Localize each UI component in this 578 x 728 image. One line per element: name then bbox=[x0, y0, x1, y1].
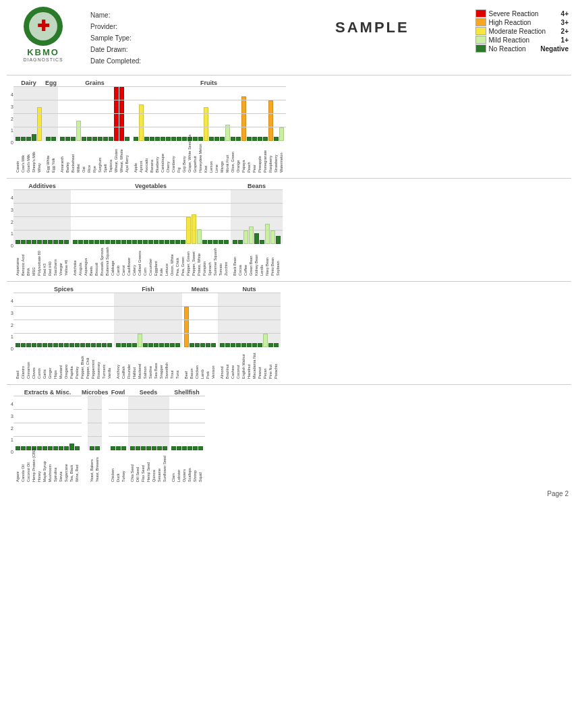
group-additives: AdditivesAspartameBenzoic AcidBHAMSGPoly… bbox=[13, 183, 71, 276]
bar-label: Grapefruit bbox=[193, 142, 198, 173]
bar bbox=[26, 446, 31, 450]
bar bbox=[69, 343, 74, 347]
patient-info: Name: Provider: Sample Type: Date Drawn:… bbox=[90, 7, 269, 67]
bar-wrapper bbox=[138, 190, 142, 244]
legend-item-value: 3+ bbox=[548, 19, 569, 26]
bar bbox=[109, 137, 113, 141]
bar-wrapper bbox=[143, 190, 148, 244]
bar-label: Duck bbox=[116, 451, 121, 482]
bar-label: Cumin bbox=[37, 348, 42, 379]
bar-label: Rice bbox=[87, 142, 92, 173]
bar bbox=[102, 343, 107, 347]
bar-label: Butternut Squash bbox=[105, 245, 110, 276]
bar-wrapper bbox=[249, 190, 254, 244]
group-meats: MeatsBeefBaconChickenLambPorkVenison bbox=[182, 286, 218, 379]
bar-wrapper bbox=[276, 190, 281, 244]
logo-text: KBMO bbox=[27, 47, 59, 57]
bar-label: Cabbage bbox=[111, 245, 115, 276]
bar-label: Banana bbox=[150, 142, 154, 173]
legend-item-value: Negative bbox=[540, 45, 569, 53]
bar-label: Pepper, Green bbox=[186, 245, 191, 276]
bar-label: Anchovy bbox=[116, 348, 121, 379]
bar bbox=[270, 231, 275, 244]
bar-label: Lettuce bbox=[165, 245, 169, 276]
y-axis: 01234 bbox=[4, 298, 13, 352]
bar-label: Wine, Red bbox=[75, 451, 80, 482]
bar-wrapper bbox=[258, 293, 262, 347]
bar bbox=[116, 343, 121, 347]
bar bbox=[213, 240, 218, 244]
bar-label: Hops bbox=[53, 348, 58, 379]
group-label-spices: Spices bbox=[54, 286, 74, 293]
bar bbox=[127, 343, 132, 347]
bar bbox=[220, 343, 225, 347]
bar bbox=[53, 240, 58, 244]
bar-label: Monk Fruit bbox=[225, 142, 230, 173]
bar bbox=[166, 137, 171, 141]
bar bbox=[91, 343, 96, 347]
group-extracts: Extracts & Misc.AgaveCanola OilCoconut O… bbox=[13, 389, 82, 482]
bar bbox=[46, 137, 51, 141]
bar-wrapper bbox=[161, 87, 165, 141]
group-label-microbes: Microbes bbox=[82, 389, 109, 396]
bar bbox=[192, 214, 196, 244]
bar bbox=[37, 107, 42, 141]
bar-label: Apricot bbox=[139, 142, 144, 173]
bar bbox=[182, 137, 187, 141]
bar bbox=[150, 137, 154, 141]
bar bbox=[143, 343, 148, 347]
bar-wrapper bbox=[16, 293, 20, 347]
bar-label: Pepper, Sweet bbox=[192, 245, 196, 276]
bar bbox=[148, 343, 153, 347]
bar bbox=[59, 446, 63, 450]
group-label-additives: Additives bbox=[28, 183, 56, 189]
bar-wrapper bbox=[202, 190, 207, 244]
bar bbox=[274, 137, 279, 141]
bar-wrapper bbox=[53, 396, 58, 450]
bar-label: Cherry bbox=[166, 142, 171, 173]
bar-wrapper bbox=[150, 87, 154, 141]
bar bbox=[159, 343, 164, 347]
bar-wrapper bbox=[95, 396, 100, 450]
bar bbox=[144, 137, 149, 141]
bar-wrapper bbox=[181, 190, 185, 244]
bar-wrapper bbox=[198, 396, 203, 450]
bar bbox=[170, 343, 175, 347]
bar-label: Chicken bbox=[111, 451, 115, 482]
bar-wrapper bbox=[182, 396, 187, 450]
bar-wrapper bbox=[136, 396, 140, 450]
bar bbox=[258, 343, 262, 347]
bar bbox=[193, 137, 198, 141]
bar-wrapper bbox=[32, 87, 36, 141]
bar-label: Honeydew Melon bbox=[198, 142, 203, 173]
legend-item: High Reaction 3+ bbox=[475, 18, 569, 26]
bar bbox=[181, 240, 185, 244]
bar bbox=[32, 134, 36, 141]
group-label-vegetables: Vegetables bbox=[135, 183, 167, 189]
bar-wrapper bbox=[114, 87, 119, 141]
bar-label: Soybean bbox=[276, 245, 281, 276]
bar-wrapper bbox=[42, 293, 47, 347]
bar-wrapper bbox=[144, 87, 149, 141]
bar-label: Dill Seed bbox=[136, 451, 140, 482]
bar bbox=[87, 137, 92, 141]
bar bbox=[198, 446, 203, 450]
bar-wrapper bbox=[37, 87, 42, 141]
bar-label: Spinach bbox=[208, 245, 212, 276]
bar-label: Collard Greens bbox=[138, 245, 142, 276]
bar-label: Saccharin bbox=[53, 245, 58, 276]
charts-container: 01234DairyCaseinCow's MilkGoat's MilkShe… bbox=[0, 80, 578, 482]
bar-label: Onion, White bbox=[170, 245, 175, 276]
bar bbox=[78, 240, 83, 244]
bar-label: Canola Oil bbox=[21, 451, 26, 482]
group-label-grains: Grains bbox=[85, 80, 105, 86]
bar bbox=[202, 240, 207, 244]
bar-wrapper bbox=[116, 396, 121, 450]
bar-wrapper bbox=[177, 396, 181, 450]
bar bbox=[268, 100, 273, 141]
bar-label: Sorghum bbox=[98, 142, 103, 173]
bar-wrapper bbox=[143, 293, 148, 347]
bar bbox=[136, 446, 140, 450]
bar-label: Rosemary bbox=[96, 348, 101, 379]
bar-wrapper bbox=[243, 190, 248, 244]
